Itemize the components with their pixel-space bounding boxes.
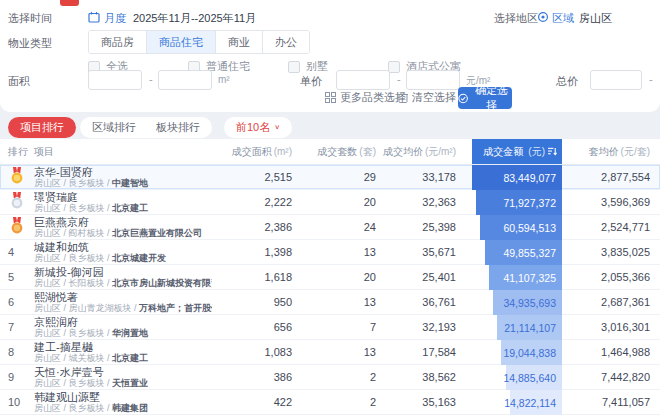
amount-bar: 14,885,640	[506, 365, 562, 390]
deal-units-value: 20	[292, 196, 376, 208]
project-developer: 北京建工	[112, 353, 148, 363]
more-categories-button[interactable]: 更多品类选择	[325, 90, 406, 105]
unit-price-label: 单价	[300, 74, 322, 89]
per-unit-price-value: 1,464,988	[562, 346, 660, 358]
project-name[interactable]: 天恒·水岸壹号	[34, 366, 212, 378]
project-location: 房山区 / 城关板块 /	[34, 353, 112, 363]
deal-area-value: 422	[212, 396, 292, 408]
rank-number: 4	[8, 246, 14, 258]
rank-number: 7	[8, 321, 14, 333]
property-type-label: 物业类型	[8, 36, 52, 51]
table-row[interactable]: 7京熙润府房山区 / 良乡板块 / 华润置地656732,19321,114,1…	[0, 315, 660, 340]
time-range-value[interactable]: 2025年11月--2025年11月	[133, 11, 256, 26]
project-name[interactable]: 韩建观山源墅	[34, 391, 212, 403]
amount-bar: 19,044,838	[501, 340, 562, 365]
unit-price-max-input[interactable]	[406, 70, 460, 90]
table-row[interactable]: 巨燕燕京府房山区 / 阎村板块 / 北京巨燕置业有限公司2,3862425,39…	[0, 215, 660, 240]
unit-price-range-separator: -	[397, 73, 401, 85]
avg-price-value: 33,178	[376, 171, 456, 183]
project-name[interactable]: 新城投-御河园	[34, 266, 212, 278]
table-row[interactable]: 10韩建观山源墅房山区 / 良乡板块 / 韩建集团422235,16314,82…	[0, 390, 660, 415]
clear-selection-button[interactable]: 清空选择	[398, 90, 456, 105]
table-row[interactable]: 璟贤瑞庭房山区 / 良乡板块 / 北京建工2,2222032,36371,927…	[0, 190, 660, 215]
deal-area-value: 950	[212, 296, 292, 308]
header-area: 成交面积(m²)	[212, 145, 292, 159]
per-unit-price-value: 3,596,369	[562, 196, 660, 208]
tab-ranking-2[interactable]: 区域排行	[82, 117, 146, 138]
area-max-input[interactable]	[158, 70, 212, 90]
project-subtitle: 房山区 / 城关板块 / 北京建工	[34, 353, 212, 363]
project-name[interactable]: 巨燕燕京府	[34, 216, 212, 228]
deal-units-value: 13	[292, 246, 376, 258]
amount-bar: 83,449,077	[472, 165, 562, 190]
per-unit-price-value: 7,442,820	[562, 371, 660, 383]
header-amount[interactable]: 成交金额(元)	[456, 139, 562, 164]
region-type-selector[interactable]: 区域	[552, 11, 574, 26]
project-name[interactable]: 京华-国贤府	[34, 166, 212, 178]
table-row[interactable]: 8建工-摘星樾房山区 / 城关板块 / 北京建工1,0831317,58419,…	[0, 340, 660, 365]
project-location: 房山区 / 良乡板块 /	[34, 403, 112, 413]
deal-units-value: 24	[292, 221, 376, 233]
per-unit-price-value: 7,411,057	[562, 396, 660, 408]
table-row[interactable]: 4城建和如筑房山区 / 良乡板块 / 北京城建开发1,3981335,67149…	[0, 240, 660, 265]
ranking-tab-group: 区域排行板块排行	[80, 117, 212, 138]
avg-price-value: 38,562	[376, 371, 456, 383]
property-tab-1[interactable]: 商品房	[89, 31, 147, 53]
header-rank: 排行	[0, 145, 34, 159]
table-row[interactable]: 京华-国贤府房山区 / 良乡板块 / 中建智地2,5152933,17883,4…	[0, 165, 660, 190]
project-name[interactable]: 城建和如筑	[34, 241, 212, 253]
checkbox-icon[interactable]	[288, 61, 300, 73]
table-body: 京华-国贤府房山区 / 良乡板块 / 中建智地2,5152933,17883,4…	[0, 165, 660, 415]
time-mode-selector[interactable]: 月度	[104, 11, 126, 26]
deal-area-value: 656	[212, 321, 292, 333]
avg-price-value: 32,193	[376, 321, 456, 333]
table-row[interactable]: 5新城投-御河园房山区 / 长阳板块 / 北京市房山新城投资有限责任公司1,61…	[0, 265, 660, 290]
area-label: 面积	[8, 74, 30, 89]
deal-area-value: 1,398	[212, 246, 292, 258]
more-categories-label: 更多品类选择	[340, 90, 406, 105]
amount-bar: 41,107,325	[489, 265, 562, 290]
per-unit-price-value: 2,524,771	[562, 221, 660, 233]
tab-project-ranking[interactable]: 项目排行	[8, 117, 76, 138]
project-subtitle: 房山区 / 良乡板块 / 天恒置业	[34, 378, 212, 388]
project-name[interactable]: 京熙润府	[34, 316, 212, 328]
project-location: 房山区 / 良乡板块 /	[34, 178, 112, 188]
clear-selection-label: 清空选择	[412, 90, 456, 105]
subtype-option-label: 别墅	[306, 59, 328, 74]
top-n-dropdown[interactable]: 前10名 ∨	[224, 117, 292, 138]
checkbox-icon[interactable]	[388, 61, 400, 73]
project-developer: 北京城建开发	[112, 253, 166, 263]
subtype-option-label: 普通住宅	[206, 59, 250, 74]
subtype-option-3[interactable]: 别墅	[288, 59, 328, 74]
project-location: 房山区 / 良乡板块 /	[34, 328, 112, 338]
project-name[interactable]: 熙湖悦著	[34, 291, 212, 303]
total-price-min-input[interactable]	[590, 70, 642, 90]
region-value[interactable]: 房山区	[579, 11, 612, 26]
property-tab-2[interactable]: 商品住宅	[147, 31, 216, 53]
table-row[interactable]: 9天恒·水岸壹号房山区 / 良乡板块 / 天恒置业386238,56214,88…	[0, 365, 660, 390]
project-developer: 中建智地	[112, 178, 148, 188]
property-tab-4[interactable]: 办公	[263, 31, 309, 53]
table-header: 排行 项目 成交面积(m²) 成交套数(套) 成交均价(元/m²) 成交金额(元…	[0, 139, 660, 165]
per-unit-price-value: 2,687,361	[562, 296, 660, 308]
confirm-selection-button[interactable]: 确定选择	[458, 87, 512, 109]
project-developer: 北京市房山新城投资有限责任公司	[112, 278, 212, 288]
unit-price-min-input[interactable]	[336, 70, 390, 90]
time-filter-label: 选择时间	[8, 11, 52, 26]
project-subtitle: 房山区 / 良乡板块 / 华润置地	[34, 328, 212, 338]
project-developer: 天恒置业	[112, 378, 148, 388]
project-name[interactable]: 建工-摘星樾	[34, 341, 212, 353]
ranking-table: 排行 项目 成交面积(m²) 成交套数(套) 成交均价(元/m²) 成交金额(元…	[0, 139, 660, 415]
area-min-input[interactable]	[88, 70, 142, 90]
avg-price-value: 36,761	[376, 296, 456, 308]
project-location: 房山区 / 良乡板块 /	[34, 378, 112, 388]
table-row[interactable]: 6熙湖悦著房山区 / 房山青龙湖板块 / 万科地产；首开股份；龙湖集团95013…	[0, 290, 660, 315]
project-location: 房山区 / 阎村板块 /	[34, 228, 112, 238]
deal-units-value: 2	[292, 396, 376, 408]
deal-units-value: 29	[292, 171, 376, 183]
project-name[interactable]: 璟贤瑞庭	[34, 191, 212, 203]
tab-ranking-3[interactable]: 板块排行	[146, 117, 210, 138]
filter-panel: 选择时间 月度 2025年11月--2025年11月 选择地区 区域 房山区 物…	[0, 0, 660, 112]
property-tab-3[interactable]: 商业	[216, 31, 263, 53]
header-units: 成交套数(套)	[292, 145, 376, 159]
